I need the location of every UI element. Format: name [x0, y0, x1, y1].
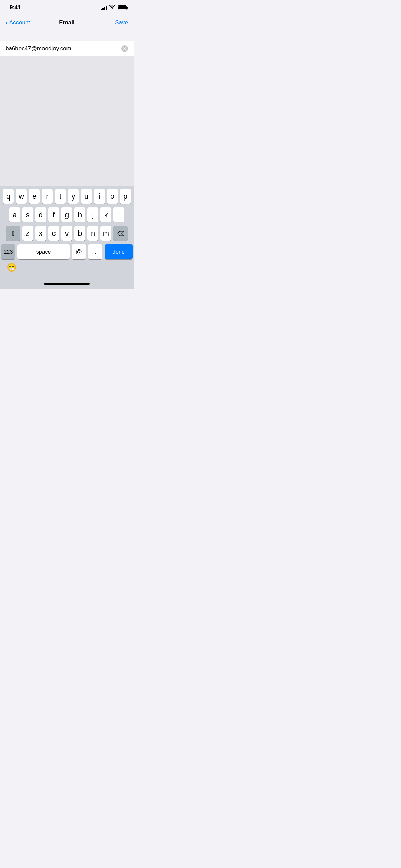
key-f[interactable]: f [48, 207, 59, 222]
done-key[interactable]: done [105, 244, 133, 259]
key-row-2: a s d f g h j k l [1, 207, 133, 222]
page-title: Email [33, 19, 101, 26]
content-spacing [0, 30, 134, 41]
key-c[interactable]: c [48, 226, 59, 241]
empty-content [0, 56, 134, 200]
keyboard-rows: q w e r t y u i o p a s d f g h j k l ⇧ [0, 186, 134, 261]
key-v[interactable]: v [61, 226, 72, 241]
key-s[interactable]: s [22, 207, 33, 222]
keyboard-bottom-bar: 😁 [0, 261, 134, 278]
key-p[interactable]: p [120, 189, 131, 204]
key-d[interactable]: d [35, 207, 46, 222]
key-row-1: q w e r t y u i o p [1, 189, 133, 204]
nav-bar: ‹ Account Email Save [0, 15, 134, 30]
key-y[interactable]: y [68, 189, 79, 204]
key-a[interactable]: a [9, 207, 20, 222]
numbers-key[interactable]: 123 [1, 244, 15, 259]
battery-icon [118, 5, 127, 10]
key-row-3: ⇧ z x c v b n m [1, 226, 133, 241]
status-time: 9:41 [10, 4, 21, 11]
home-indicator [0, 278, 134, 289]
at-key[interactable]: @ [72, 244, 86, 259]
key-j[interactable]: j [87, 207, 98, 222]
key-i[interactable]: i [94, 189, 105, 204]
signal-icon [101, 5, 107, 10]
key-row-4: 123 space @ . done [1, 244, 133, 259]
key-q[interactable]: q [3, 189, 14, 204]
clear-button[interactable] [121, 45, 128, 52]
status-icons [101, 4, 127, 11]
key-b[interactable]: b [74, 226, 85, 241]
key-m[interactable]: m [100, 226, 111, 241]
key-o[interactable]: o [107, 189, 118, 204]
save-button[interactable]: Save [101, 19, 128, 26]
back-label: Account [9, 19, 30, 26]
key-t[interactable]: t [55, 189, 66, 204]
email-row [0, 41, 134, 56]
delete-key[interactable] [113, 226, 128, 241]
key-g[interactable]: g [61, 207, 72, 222]
key-n[interactable]: n [87, 226, 98, 241]
keyboard: q w e r t y u i o p a s d f g h j k l ⇧ [0, 186, 134, 289]
key-r[interactable]: r [42, 189, 53, 204]
key-u[interactable]: u [81, 189, 92, 204]
key-w[interactable]: w [16, 189, 27, 204]
space-key[interactable]: space [17, 244, 70, 259]
emoji-button[interactable]: 😁 [5, 261, 18, 274]
key-z[interactable]: z [22, 226, 33, 241]
shift-key[interactable]: ⇧ [6, 226, 20, 241]
period-key[interactable]: . [88, 244, 102, 259]
key-e[interactable]: e [29, 189, 40, 204]
key-l[interactable]: l [113, 207, 124, 222]
status-bar: 9:41 [0, 0, 134, 15]
back-button[interactable]: ‹ Account [5, 19, 33, 26]
email-input[interactable] [5, 45, 121, 52]
key-k[interactable]: k [100, 207, 111, 222]
key-h[interactable]: h [74, 207, 85, 222]
chevron-left-icon: ‹ [5, 19, 8, 26]
key-x[interactable]: x [35, 226, 46, 241]
wifi-icon [109, 4, 115, 11]
home-pill [44, 283, 90, 285]
